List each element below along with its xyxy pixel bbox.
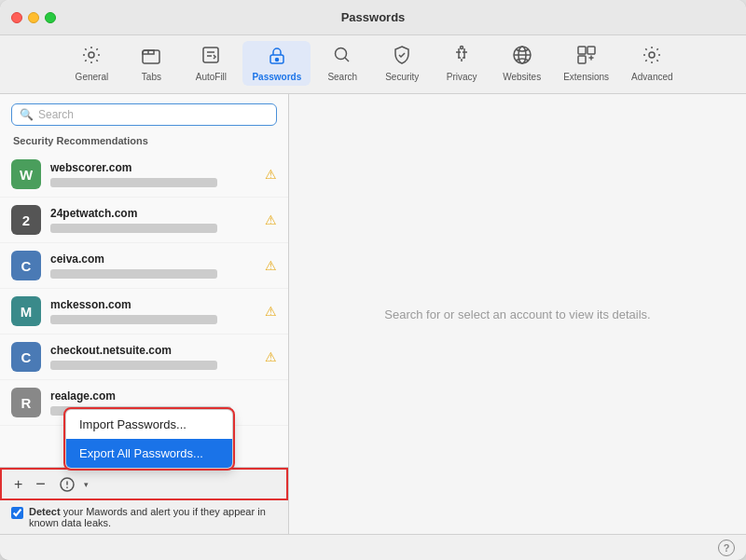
account-username [50, 269, 217, 279]
tab-advanced[interactable]: Advanced [622, 41, 682, 86]
main-content: 🔍 Security Recommendations W webscorer.c… [0, 94, 746, 534]
tab-passwords[interactable]: Passwords [242, 41, 311, 86]
svg-point-0 [89, 52, 94, 58]
tab-tabs[interactable]: Tabs [123, 41, 179, 86]
tab-search-label: Search [327, 72, 357, 82]
avatar: C [11, 251, 41, 280]
section-header: Security Recommendations [0, 133, 288, 152]
sidebar-actions: + − ▾ Import Passwords... Export All Pas… [0, 468, 288, 500]
general-icon [81, 45, 102, 70]
account-info: checkout.netsuite.com [50, 344, 259, 370]
warning-icon: ⚠ [265, 258, 277, 273]
remove-button[interactable]: − [29, 471, 52, 497]
search-input-wrapper: 🔍 [11, 103, 277, 126]
account-username [50, 224, 217, 233]
tab-autofill-label: AutoFill [196, 72, 227, 82]
window-title: Passwords [341, 10, 406, 24]
account-username [50, 315, 217, 324]
account-info: ceiva.com [50, 253, 259, 279]
svg-point-5 [336, 48, 347, 60]
account-info: mckesson.com [50, 298, 259, 324]
sidebar: 🔍 Security Recommendations W webscorer.c… [0, 94, 289, 534]
export-passwords-item[interactable]: Export All Passwords... [66, 439, 232, 468]
account-info: webscorer.com [50, 161, 259, 187]
avatar: W [11, 159, 41, 189]
toolbar: General Tabs AutoFill [0, 35, 746, 94]
avatar: C [11, 342, 41, 372]
tab-extensions-label: Extensions [563, 72, 609, 82]
list-item[interactable]: C checkout.netsuite.com ⚠ [0, 335, 288, 380]
titlebar: Passwords [0, 0, 746, 35]
tab-extensions[interactable]: Extensions [554, 41, 618, 86]
account-name: 24petwatch.com [50, 207, 259, 220]
warning-icon: ⚠ [265, 212, 277, 227]
list-item[interactable]: 2 24petwatch.com ⚠ [0, 198, 288, 243]
tab-tabs-label: Tabs [142, 72, 161, 82]
account-name: ceiva.com [50, 253, 259, 266]
tab-websites-label: Websites [503, 72, 541, 82]
tab-security-label: Security [385, 72, 419, 82]
detail-placeholder: Search for or select an account to view … [384, 307, 650, 321]
search-icon [332, 45, 352, 70]
svg-rect-1 [143, 50, 159, 63]
tab-privacy-label: Privacy [447, 72, 477, 82]
dropdown-arrow[interactable]: ▾ [82, 477, 90, 492]
app-window: Passwords General Tabs [0, 0, 746, 560]
minimize-button[interactable] [28, 12, 39, 23]
avatar: R [11, 388, 41, 417]
tab-general[interactable]: General [63, 41, 119, 86]
svg-point-12 [649, 52, 655, 58]
svg-point-6 [461, 47, 463, 49]
tab-passwords-label: Passwords [252, 72, 301, 82]
sidebar-bottom: + − ▾ Import Passwords... Export All Pas… [0, 467, 288, 534]
svg-rect-11 [578, 56, 586, 63]
avatar: M [11, 296, 41, 326]
extensions-icon [576, 45, 597, 70]
svg-rect-10 [587, 47, 595, 54]
more-button[interactable] [52, 473, 82, 496]
detect-checkbox[interactable] [11, 507, 23, 519]
detect-area: Detect your Mawords and alert you if the… [0, 500, 288, 534]
tab-security[interactable]: Security [374, 41, 430, 86]
dropdown-menu: Import Passwords... Export All Passwords… [65, 409, 233, 469]
tab-general-label: General [76, 72, 109, 82]
detail-panel: Search for or select an account to view … [289, 94, 746, 534]
traffic-lights [11, 12, 56, 23]
account-name: mckesson.com [50, 298, 259, 311]
account-username [50, 178, 217, 187]
svg-rect-9 [578, 47, 586, 54]
account-username [50, 361, 217, 370]
passwords-icon [267, 45, 287, 70]
tab-websites[interactable]: Websites [493, 41, 550, 86]
search-bar-container: 🔍 [0, 94, 288, 133]
account-name: webscorer.com [50, 161, 259, 174]
list-item[interactable]: C ceiva.com ⚠ [0, 243, 288, 289]
tab-search[interactable]: Search [314, 41, 370, 86]
import-passwords-item[interactable]: Import Passwords... [66, 410, 232, 439]
security-icon [392, 45, 412, 70]
window-footer: ? [0, 534, 746, 560]
detect-prefix: your Ma [63, 506, 101, 517]
svg-rect-2 [203, 48, 218, 62]
websites-icon [512, 45, 532, 70]
close-button[interactable] [11, 12, 22, 23]
list-item[interactable]: M mckesson.com ⚠ [0, 289, 288, 335]
svg-point-4 [275, 59, 278, 61]
list-item[interactable]: W webscorer.com ⚠ [0, 152, 288, 198]
search-input[interactable] [38, 108, 269, 121]
add-button[interactable]: + [7, 473, 29, 496]
search-icon-small: 🔍 [20, 108, 34, 121]
account-info: 24petwatch.com [50, 207, 259, 233]
tab-advanced-label: Advanced [631, 72, 672, 82]
detect-text: Detect your Mawords and alert you if the… [29, 506, 277, 528]
tab-privacy[interactable]: Privacy [434, 41, 490, 86]
account-name: checkout.netsuite.com [50, 344, 259, 357]
maximize-button[interactable] [45, 12, 56, 23]
detect-title: Detect [29, 506, 63, 517]
advanced-icon [642, 45, 662, 70]
tabs-icon [141, 45, 161, 70]
account-name: realage.com [50, 389, 277, 403]
tab-autofill[interactable]: AutoFill [183, 41, 239, 86]
help-button[interactable]: ? [718, 540, 735, 556]
privacy-icon [451, 45, 472, 70]
